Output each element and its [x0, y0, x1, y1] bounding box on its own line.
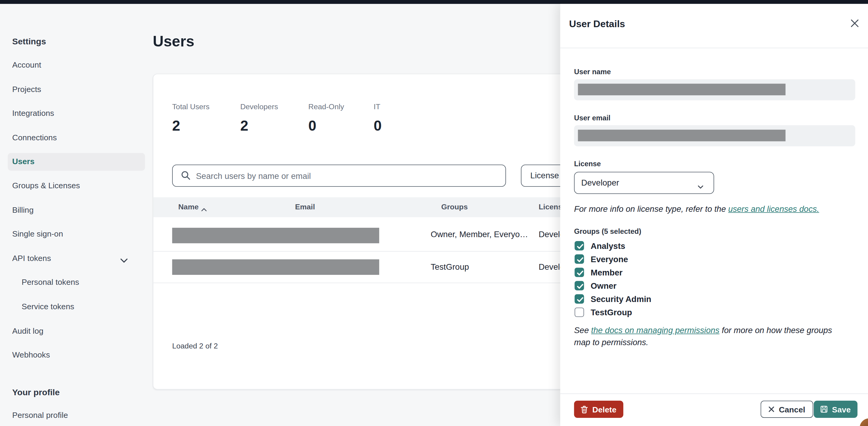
user-email-field[interactable]: [574, 125, 855, 146]
search-users-box: [172, 165, 506, 187]
sidebar-item-users-label: Users: [12, 157, 34, 166]
stat-total-users-value: 2: [172, 117, 180, 135]
column-header-email[interactable]: Email: [295, 203, 315, 211]
column-header-name[interactable]: Name: [178, 203, 198, 211]
checkbox-label: Member: [591, 267, 623, 277]
user-details-drawer: User Details User name User email Licens…: [560, 4, 868, 426]
license-filter-label: License: [530, 171, 559, 180]
app-root: Settings Account Projects Integrations C…: [0, 0, 868, 426]
user-name-label: User name: [574, 67, 611, 76]
checkbox-everyone[interactable]: [575, 254, 584, 264]
groups-cell: TestGroup: [431, 262, 469, 272]
stat-read-only-value: 0: [308, 117, 316, 135]
top-bar: [0, 0, 868, 4]
loaded-status: Loaded 2 of 2: [172, 342, 218, 350]
license-label: License: [574, 160, 601, 168]
sidebar-item-integrations[interactable]: Integrations: [12, 109, 54, 117]
chevron-down-icon[interactable]: [120, 256, 128, 265]
delete-button[interactable]: Delete: [574, 401, 623, 418]
stat-developers-label: Developers: [240, 103, 278, 111]
sidebar-item-personal-profile[interactable]: Personal profile: [12, 410, 68, 419]
users-licenses-docs-link[interactable]: users and licenses docs.: [728, 204, 819, 213]
redacted-name-email: [172, 259, 379, 275]
save-button-label: Save: [832, 405, 851, 414]
sidebar-item-connections[interactable]: Connections: [12, 133, 57, 142]
stat-total-users-label: Total Users: [172, 103, 210, 111]
checkbox-security-admin[interactable]: [575, 294, 584, 304]
checkbox-member[interactable]: [575, 267, 584, 277]
delete-button-label: Delete: [592, 405, 616, 414]
sidebar-item-audit-log[interactable]: Audit log: [12, 326, 43, 335]
x-icon: [768, 406, 774, 412]
stat-developers-value: 2: [240, 117, 248, 135]
sidebar-item-personal-tokens[interactable]: Personal tokens: [22, 278, 79, 286]
drawer-footer-divider: [560, 393, 868, 394]
managing-permissions-docs-link[interactable]: the docs on managing permissions: [591, 325, 719, 335]
license-info-text: For more info on license type, refer to …: [574, 203, 819, 215]
groups-cell: Owner, Member, Everyo…: [431, 229, 528, 239]
sidebar-item-single-sign-on[interactable]: Single sign-on: [12, 229, 63, 238]
sidebar-item-groups-licenses[interactable]: Groups & Licenses: [12, 181, 80, 190]
stat-it-value: 0: [374, 117, 382, 135]
checkbox-analysts[interactable]: [575, 241, 584, 250]
column-header-groups[interactable]: Groups: [441, 203, 468, 211]
sidebar-item-users[interactable]: Users: [8, 153, 145, 171]
note-prefix: See: [574, 325, 591, 335]
cancel-button[interactable]: Cancel: [761, 401, 813, 418]
redacted-name-email: [172, 228, 379, 243]
drawer-title: User Details: [569, 19, 625, 30]
trash-icon: [581, 405, 588, 413]
sort-asc-icon[interactable]: [201, 204, 207, 214]
sidebar-item-account[interactable]: Account: [12, 60, 41, 69]
redacted-user-email: [578, 130, 786, 142]
checkbox-label: Analysts: [591, 241, 625, 250]
checkbox-testgroup[interactable]: [575, 307, 584, 317]
cancel-button-label: Cancel: [779, 405, 805, 414]
close-icon[interactable]: [850, 19, 859, 30]
checkbox-label: Security Admin: [591, 294, 651, 304]
sidebar-item-projects[interactable]: Projects: [12, 85, 41, 93]
your-profile-heading: Your profile: [12, 388, 60, 397]
stat-read-only-label: Read-Only: [308, 103, 344, 111]
settings-heading: Settings: [12, 36, 46, 47]
search-input[interactable]: [195, 165, 502, 187]
checkbox-label: TestGroup: [591, 307, 632, 317]
permissions-note: See the docs on managing permissions for…: [574, 324, 847, 348]
checkbox-label: Owner: [591, 281, 617, 290]
save-button[interactable]: Save: [814, 401, 858, 418]
sidebar-item-billing[interactable]: Billing: [12, 205, 33, 214]
drawer-header-divider: [560, 48, 868, 48]
sidebar-item-api-tokens[interactable]: API tokens: [12, 254, 51, 262]
chevron-down-icon: [698, 181, 704, 191]
checkbox-owner[interactable]: [575, 281, 584, 290]
user-name-field[interactable]: [574, 79, 855, 101]
sidebar-item-service-tokens[interactable]: Service tokens: [22, 302, 74, 311]
license-info-prefix: For more info on license type, refer to …: [574, 204, 728, 213]
save-icon: [820, 405, 828, 413]
page-title: Users: [153, 33, 194, 50]
user-email-label: User email: [574, 114, 611, 122]
license-select[interactable]: Developer: [574, 172, 714, 194]
sidebar-item-webhooks[interactable]: Webhooks: [12, 350, 50, 359]
license-select-value: Developer: [581, 178, 619, 187]
groups-selected-label: Groups (5 selected): [574, 227, 641, 236]
checkbox-label: Everyone: [591, 254, 628, 264]
redacted-user-name: [578, 84, 786, 95]
stat-it-label: IT: [374, 103, 380, 111]
search-icon: [181, 171, 191, 183]
